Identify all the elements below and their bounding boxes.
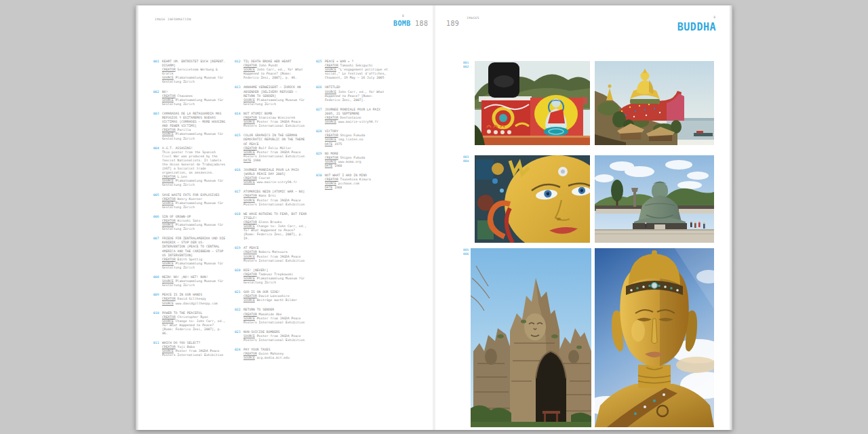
entry-text: NEIN! NO! ¡NO! HET! NON!SOURCE Plakatsam… xyxy=(162,275,226,288)
entry-text: WE HAVE NOTHING TO FEAR, BUT FEAR ITSELF… xyxy=(243,212,307,241)
credit-entry: 004U.G.T. ASSASINS!This poster from the … xyxy=(153,146,229,188)
entry-text: AT PEACECREATOR Noboru MatsuuraSOURCE Po… xyxy=(243,246,307,262)
credit-entry: 003CAMARADAS DE LA RETAGUARDIA MAS REFUG… xyxy=(153,112,229,141)
credit-entry: 015COLOR GRAPHICS IN THE GERMAN DEMOCRAT… xyxy=(235,134,311,163)
entry-number: 007 xyxy=(153,237,162,270)
entry-text: CAMARADAS DE LA RETAGUARDIA MAS REFUGIOS… xyxy=(162,112,226,141)
left-page-number: 188 xyxy=(415,20,428,27)
credit-entry: 029NO MORECREATOR Shigeo FukudaSOURCE ww… xyxy=(316,152,392,168)
entry-number: 009 xyxy=(153,293,162,305)
left-running-head: BOMB 188 xyxy=(393,20,428,27)
entry-text: NOT ATOMIC BOMBCREATOR Stanislaw Wieczor… xyxy=(243,112,307,128)
credit-entry: 025PEACE + WAR = ?CREATOR Takashi Sekigu… xyxy=(316,60,392,80)
book-spread: IMAGE INFORMATION 8 BOMB 188 001KEHRT UM… xyxy=(136,5,732,430)
entry-number: 014 xyxy=(235,112,243,128)
credit-entry: 014NOT ATOMIC BOMBCREATOR Stanislaw Wiec… xyxy=(235,112,311,128)
entry-number: 013 xyxy=(235,85,243,106)
entry-text: FRIEDE FÜR ZENTRALAMERIKA UND DIE KARIBI… xyxy=(162,237,226,270)
entry-number: 016 xyxy=(235,168,243,184)
golden-buddha-on-hill-photo xyxy=(595,61,714,145)
entry-number: 025 xyxy=(316,60,325,80)
credit-entry: 022RETURN TO SENDERCREATOR Masahide AbeS… xyxy=(235,308,311,324)
great-buddha-kamakura-photo xyxy=(595,155,714,243)
entry-number: 012 xyxy=(235,60,243,80)
credit-entry: 002NO!CREATOR ChavanesSOURCE Plakatsamml… xyxy=(153,90,229,106)
section-title-bomb: BOMB xyxy=(393,20,411,27)
right-section-number: 8 xyxy=(713,16,715,19)
entry-text: POWER TO THE PEACEFULCREATOR Christopher… xyxy=(162,311,226,336)
entry-number: 028 xyxy=(316,130,325,146)
entry-number: 021 xyxy=(235,290,243,302)
entry-text: VICTORYCREATOR Shigeo FukudaSOURCE img.l… xyxy=(325,130,389,146)
entry-text: JOURNEÉ MONDIALE POUR LA PAIX [WORLD PEA… xyxy=(243,168,307,184)
gilded-buddha-head-sky-photo xyxy=(595,248,714,427)
book-spread-canvas: IMAGE INFORMATION 8 BOMB 188 001KEHRT UM… xyxy=(0,0,868,434)
entry-number: 004 xyxy=(153,146,162,188)
credit-entry: 012TIL DEATH BROKE HER HEARTCREATOR John… xyxy=(235,60,311,80)
credit-entry: 006SIN OF GROWN-UPCREATOR Hiroshi SatoSO… xyxy=(153,215,229,231)
credit-entry: 024PAY YOUR TAXESCREATOR Quinn MahoneySO… xyxy=(235,348,311,360)
entry-number: 011 xyxy=(153,341,162,357)
credit-entry: 020NIE! [NEVER!]CREATOR Tadeusz Trepkows… xyxy=(235,269,311,285)
credit-entry: 028VICTORYCREATOR Shigeo FukudaSOURCE im… xyxy=(316,130,392,146)
credit-entry: 023NON-SUICIDE BOMBERSSOURCE Poster from… xyxy=(235,330,311,342)
entry-text: KEHRT UM. ENTRÜSTET EUCH [REPENT. DISARM… xyxy=(162,60,226,85)
angkor-stone-gate-photo xyxy=(471,248,591,427)
right-header-label: IMAGES xyxy=(467,16,479,20)
rooftop-buddha-mural-photo xyxy=(475,61,590,145)
entry-text: COLOR GRAPHICS IN THE GERMAN DEMOCRATIC … xyxy=(243,134,307,163)
entry-number: 003 xyxy=(153,112,162,141)
credit-entry: 011WHICH DO YOU SELECT?CREATOR Yuji Baba… xyxy=(153,341,229,357)
entry-number: 015 xyxy=(235,134,243,163)
credit-entry: 030NOT WHAT I HAD IN MINDCREATOR Tsunehi… xyxy=(316,174,392,190)
entry-number: 005 xyxy=(153,193,162,210)
entry-number: 020 xyxy=(235,269,243,285)
credit-entry: 026UNTITLEDSOURCE John Carr, ed., Yo! Wh… xyxy=(316,85,392,102)
entry-text: NON-SUICIDE BOMBERSSOURCE Poster from JA… xyxy=(243,330,307,342)
entry-text: ATOMKRIEG NEIN [ATOMIC WAR – NO]CREATOR … xyxy=(243,190,307,206)
credit-entry: 027JOURNEE MONDIALE POUR LA PAIX 2005, 2… xyxy=(316,108,392,124)
photo-row3-labels: 005006 xyxy=(463,248,469,256)
entry-text: NOT WHAT I HAD IN MINDCREATOR Tsunehisa … xyxy=(325,174,389,190)
entry-text: NO!CREATOR ChavanesSOURCE Plakatsammlung… xyxy=(162,90,226,106)
entry-text: SIN OF GROWN-UPCREATOR Hiroshi SatoSOURC… xyxy=(162,215,226,231)
entry-number: 018 xyxy=(235,212,243,241)
credit-entry: 005SAVE WASTE FATS FOR EXPLOSIVESCREATOR… xyxy=(153,193,229,210)
entry-number: 017 xyxy=(235,190,243,206)
entry-number: 002 xyxy=(153,90,162,106)
credit-entry: 021GOD IS ON OUR SIDE!CREATOR David Lanc… xyxy=(235,290,311,302)
credits-column-3: 025PEACE + WAR = ?CREATOR Takashi Sekigu… xyxy=(316,60,392,195)
entry-text: PEACE + WAR = ?CREATOR Takashi Sekiguchi… xyxy=(325,60,389,80)
entry-text: GOD IS ON OUR SIDE!CREATOR David Lancash… xyxy=(243,290,307,302)
entry-text: U.G.T. ASSASINS!This poster from the Spa… xyxy=(162,146,226,188)
entry-number: 024 xyxy=(235,348,243,360)
entry-text: JOURNEE MONDIALE POUR LA PAIX 2005, 21 S… xyxy=(325,108,389,124)
photo-row2-labels: 003004 xyxy=(463,155,469,163)
entry-text: WHICH DO YOU SELECT?CREATOR Yuji BabaSOU… xyxy=(162,341,226,357)
section-title-buddha: BUDDHA xyxy=(677,21,716,33)
entry-number: 006 xyxy=(153,215,162,231)
credit-entry: 008NEIN! NO! ¡NO! HET! NON!SOURCE Plakat… xyxy=(153,275,229,288)
entry-text: TIL DEATH BROKE HER HEARTCREATOR John Pu… xyxy=(243,60,307,80)
entry-text: ANNAHME VERWEIGERT — ZURÜCK AN ABSENDER … xyxy=(243,85,307,106)
credit-entry: 017ATOMKRIEG NEIN [ATOMIC WAR – NO]CREAT… xyxy=(235,190,311,206)
photo-row1-labels: 001002 xyxy=(463,61,469,69)
credit-entry: 010POWER TO THE PEACEFULCREATOR Christop… xyxy=(153,311,229,336)
entry-number: 030 xyxy=(316,174,325,190)
entry-text: PEACE IS IN OUR HANDSCREATOR David Gillh… xyxy=(162,293,226,305)
credit-entry: 001KEHRT UM. ENTRÜSTET EUCH [REPENT. DIS… xyxy=(153,60,229,85)
credits-column-1: 001KEHRT UM. ENTRÜSTET EUCH [REPENT. DIS… xyxy=(153,60,229,363)
entry-text: NO MORECREATOR Shigeo FukudaSOURCE www.m… xyxy=(325,152,389,168)
entry-number: 019 xyxy=(235,246,243,262)
credits-column-2: 012TIL DEATH BROKE HER HEARTCREATOR John… xyxy=(235,60,311,366)
right-page-number: 189 xyxy=(446,20,459,27)
entry-number: 001 xyxy=(153,60,162,85)
entry-number: 027 xyxy=(316,108,325,124)
left-section-number: 8 xyxy=(402,14,404,18)
credit-entry: 018WE HAVE NOTHING TO FEAR, BUT FEAR ITS… xyxy=(235,212,311,241)
entry-number: 022 xyxy=(235,308,243,324)
entry-number: 029 xyxy=(316,152,325,168)
credit-entry: 007FRIEDE FÜR ZENTRALAMERIKA UND DIE KAR… xyxy=(153,237,229,270)
entry-text: SAVE WASTE FATS FOR EXPLOSIVESCREATOR He… xyxy=(162,193,226,210)
credit-entry: 016JOURNEÉ MONDIALE POUR LA PAIX [WORLD … xyxy=(235,168,311,184)
